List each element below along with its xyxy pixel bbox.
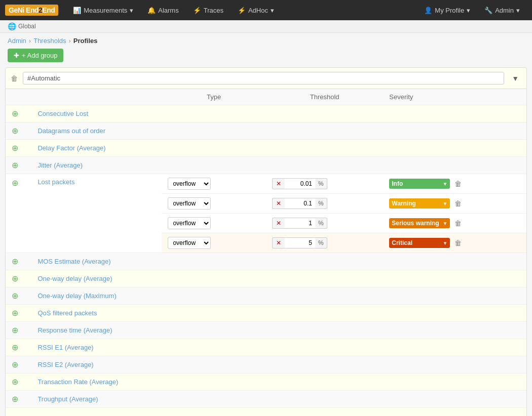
threshold-value-2[interactable] [285, 198, 315, 209]
add-troughput-icon[interactable]: ⊕ [12, 395, 18, 403]
severity-select-1[interactable]: InfoWarningSerious warningCritical [389, 179, 450, 189]
profile-icon: 👤 [424, 7, 432, 14]
overflow-select-1[interactable]: overflow underflow [168, 178, 211, 190]
brand-logo[interactable]: GeNi End2End [5, 5, 58, 16]
severity-select-2[interactable]: InfoWarningSerious warningCritical [389, 198, 450, 209]
overflow-select-3[interactable]: overflow underflow [168, 217, 211, 229]
breadcrumb-thresholds[interactable]: Thresholds [33, 37, 66, 45]
threshold-group-3: ✕ % [272, 218, 377, 229]
adhoc-icon: ⚡ [238, 7, 246, 14]
threshold-table: Type Threshold Severity ⊕ Consecutive Lo… [6, 89, 526, 408]
col-header-type: Type [162, 89, 266, 105]
metric-rssi-e2[interactable]: RSSI E2 (Average) [37, 361, 93, 368]
nav-alarms[interactable]: 🔔 Alarms [140, 0, 185, 20]
add-jitter-icon[interactable]: ⊕ [12, 161, 18, 170]
severity-wrapper-2: InfoWarningSerious warningCritical [389, 198, 450, 209]
add-lost-packets-icon[interactable]: ⊕ [12, 179, 18, 187]
overflow-select-2[interactable]: overflow underflow [168, 197, 211, 210]
profile-name-input[interactable] [23, 72, 504, 85]
metric-oneway-avg[interactable]: One-way delay (Average) [37, 275, 112, 282]
severity-select-3[interactable]: InfoWarningSerious warningCritical [389, 218, 450, 228]
measurements-icon: 📊 [73, 7, 81, 14]
add-oneway-max-icon[interactable]: ⊕ [12, 292, 18, 300]
threshold-group-1: ✕ % [272, 178, 377, 189]
delete-row-4[interactable]: 🗑 [452, 239, 464, 247]
table-row: ⊕ MOS Estimate (Average) [6, 253, 526, 270]
breadcrumb-admin[interactable]: Admin [8, 37, 26, 45]
threshold-value-4[interactable] [285, 237, 315, 248]
threshold-group-4: ✕ % [272, 237, 377, 248]
add-rssi-e2-icon[interactable]: ⊕ [12, 360, 18, 369]
alarms-icon: 🔔 [147, 7, 156, 14]
metric-transaction-rate[interactable]: Transaction Rate (Average) [37, 378, 118, 386]
remove-threshold-4[interactable]: ✕ [272, 237, 285, 248]
breadcrumb: Admin › Thresholds › Profiles [0, 33, 532, 49]
overflow-select-4[interactable]: overflow underflow [168, 237, 211, 249]
delete-row-1[interactable]: 🗑 [452, 180, 464, 188]
measurements-dropdown-icon: ▾ [130, 7, 133, 14]
table-row: ⊕ One-way delay (Maximum) [6, 287, 526, 305]
nav-measurements[interactable]: 📊 Measurements ▾ [66, 0, 140, 20]
severity-wrapper-1: InfoWarningSerious warningCritical [389, 179, 450, 189]
add-datagrams-icon[interactable]: ⊕ [12, 127, 18, 135]
add-qos-icon[interactable]: ⊕ [12, 309, 18, 317]
table-row: ⊕ RSSI E1 (Average) [6, 339, 526, 356]
add-oneway-avg-icon[interactable]: ⊕ [12, 274, 18, 283]
metric-lost-packets[interactable]: Lost packets [37, 178, 74, 186]
nav-right: 👤 My Profile ▾ 🔧 Admin ▾ [417, 0, 527, 20]
sub-header: 🌐 Global [0, 20, 532, 33]
sub-header-text: Global [18, 23, 36, 30]
severity-wrapper-3: InfoWarningSerious warningCritical [389, 218, 450, 228]
brand-text: GeNi End2End [5, 5, 58, 16]
col-header-severity: Severity [383, 89, 526, 105]
traces-icon: ⚡ [193, 7, 201, 14]
table-row: ⊕ Response time (Average) [6, 322, 526, 339]
remove-threshold-1[interactable]: ✕ [272, 178, 285, 189]
metric-troughput[interactable]: Troughput (Average) [37, 395, 98, 403]
remove-threshold-3[interactable]: ✕ [272, 218, 285, 229]
nav-adhoc[interactable]: ⚡ AdHoc ▾ [231, 0, 281, 20]
profile-delete-icon[interactable]: 🗑 [11, 74, 18, 82]
metric-jitter[interactable]: Jitter (Average) [37, 161, 83, 169]
delete-row-2[interactable]: 🗑 [452, 199, 464, 207]
metric-mos[interactable]: MOS Estimate (Average) [37, 258, 110, 265]
metric-response-time[interactable]: Response time (Average) [37, 326, 112, 334]
metric-oneway-max[interactable]: One-way delay (Maximum) [37, 292, 116, 300]
add-group-button[interactable]: ✚ + Add group [8, 49, 63, 62]
unit-label-2: % [315, 198, 327, 209]
unit-label-3: % [315, 218, 327, 229]
unit-label-1: % [315, 178, 327, 189]
metric-delay-factor[interactable]: Delay Factor (Average) [37, 144, 105, 152]
threshold-group-2: ✕ % [272, 198, 377, 209]
nav-admin[interactable]: 🔧 Admin ▾ [477, 0, 527, 20]
add-delay-factor-icon[interactable]: ⊕ [12, 144, 18, 152]
add-consecutive-lost-icon[interactable]: ⊕ [12, 109, 18, 118]
breadcrumb-sep-2: › [69, 37, 71, 45]
col-header-threshold: Threshold [266, 89, 383, 105]
table-row: ⊕ Delay Factor (Average) [6, 140, 526, 157]
metric-qos[interactable]: QoS filtered packets [37, 309, 97, 317]
add-rssi-e1-icon[interactable]: ⊕ [12, 343, 18, 352]
table-row: ⊕ Consecutive Lost [6, 105, 526, 122]
threshold-value-3[interactable] [285, 218, 315, 229]
profile-collapse-button[interactable]: ▼ [509, 73, 521, 84]
severity-wrapper-4: InfoWarningSerious warningCritical [389, 238, 450, 248]
nav-my-profile[interactable]: 👤 My Profile ▾ [417, 0, 477, 20]
metric-consecutive-lost[interactable]: Consecutive Lost [37, 110, 88, 117]
metric-datagrams[interactable]: Datagrams out of order [37, 127, 105, 135]
add-transaction-rate-icon[interactable]: ⊕ [12, 378, 18, 386]
table-row: ⊕ QoS filtered packets [6, 305, 526, 322]
remove-threshold-2[interactable]: ✕ [272, 198, 285, 209]
unit-label-4: % [315, 237, 327, 248]
add-mos-icon[interactable]: ⊕ [12, 257, 18, 266]
table-body: ⊕ Consecutive Lost ⊕ Datagrams out of or… [6, 105, 526, 408]
table-header: Type Threshold Severity [6, 89, 526, 105]
metric-rssi-e1[interactable]: RSSI E1 (Average) [37, 344, 93, 351]
table-row: ⊕ Transaction Rate (Average) [6, 373, 526, 391]
threshold-value-1[interactable] [285, 178, 315, 189]
add-response-time-icon[interactable]: ⊕ [12, 326, 18, 335]
main-content: 🗑 ▼ Type Threshold Severity ⊕ Consecutiv [0, 67, 532, 416]
delete-row-3[interactable]: 🗑 [452, 219, 464, 227]
severity-select-4[interactable]: InfoWarningSerious warningCritical [389, 238, 450, 248]
nav-traces[interactable]: ⚡ Traces [186, 0, 231, 20]
